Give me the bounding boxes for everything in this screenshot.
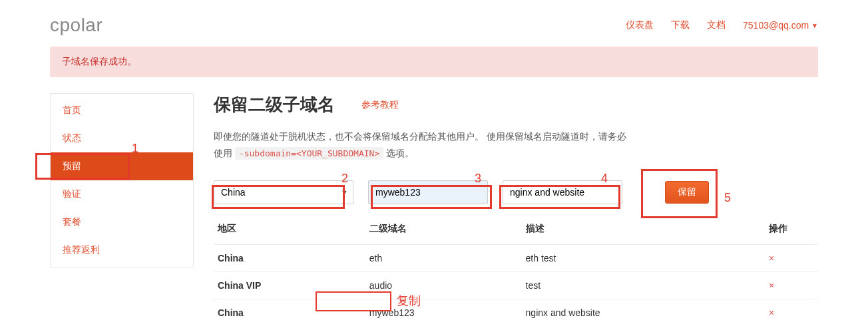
cell-region: China <box>214 245 365 272</box>
reserved-table: 地区 二级域名 描述 操作 China eth eth test × China… <box>214 216 818 326</box>
cell-desc: nginx and website <box>522 299 765 327</box>
delete-button[interactable]: × <box>769 253 774 263</box>
nav-dashboard[interactable]: 仪表盘 <box>626 19 654 31</box>
region-select[interactable]: China <box>214 180 353 204</box>
topnav: 仪表盘 下载 文档 75103@qq.com ▼ <box>626 19 818 31</box>
cell-region: China VIP <box>214 272 365 299</box>
description-input[interactable] <box>503 180 622 204</box>
sidebar-item-reserved[interactable]: 预留 <box>51 152 193 180</box>
cell-desc: test <box>522 272 765 299</box>
reserve-button[interactable]: 保留 <box>665 181 709 204</box>
subdomain-input[interactable] <box>368 180 488 204</box>
sidebar-item-home[interactable]: 首页 <box>51 96 193 124</box>
desc-text-2: 选项。 <box>386 148 414 158</box>
sidebar-item-verify[interactable]: 验证 <box>51 180 193 208</box>
sidebar-item-status[interactable]: 状态 <box>51 124 193 152</box>
main-content: 保留二级子域名 参考教程 即使您的隧道处于脱机状态，也不会将保留域名分配给其他用… <box>214 93 818 326</box>
sidebar: 首页 状态 预留 验证 套餐 推荐返利 <box>50 93 194 267</box>
logo: cpolar <box>50 15 103 36</box>
user-email: 75103@qq.com <box>743 20 809 31</box>
delete-button[interactable]: × <box>769 307 774 318</box>
cell-subdomain: myweb123 <box>365 299 522 327</box>
nav-docs[interactable]: 文档 <box>707 19 726 31</box>
topbar: cpolar 仪表盘 下载 文档 75103@qq.com ▼ <box>50 7 818 47</box>
cell-region: China <box>214 299 365 327</box>
th-subdomain: 二级域名 <box>365 216 522 245</box>
chevron-down-icon: ▼ <box>811 22 818 29</box>
th-region: 地区 <box>214 216 365 245</box>
nav-download[interactable]: 下载 <box>671 19 690 31</box>
sidebar-item-plan[interactable]: 套餐 <box>51 208 193 236</box>
code-chip: -subdomain=<YOUR_SUBDOMAIN> <box>235 147 383 160</box>
table-row: China myweb123 nginx and website × <box>214 299 818 327</box>
alert-success: 子域名保存成功。 <box>50 47 818 77</box>
page-title: 保留二级子域名 <box>214 93 335 116</box>
th-action: 操作 <box>765 216 818 245</box>
delete-button[interactable]: × <box>769 280 774 291</box>
sidebar-item-referral[interactable]: 推荐返利 <box>51 236 193 264</box>
page-description: 即使您的隧道处于脱机状态，也不会将保留域名分配给其他用户。 使用保留域名启动隧道… <box>214 128 626 162</box>
th-desc: 描述 <box>522 216 765 245</box>
reference-link[interactable]: 参考教程 <box>361 99 399 111</box>
table-row: China VIP audio test × <box>214 272 818 299</box>
cell-subdomain: audio <box>365 272 522 299</box>
cell-subdomain: eth <box>365 245 522 272</box>
table-row: China eth eth test × <box>214 245 818 272</box>
nav-user-dropdown[interactable]: 75103@qq.com ▼ <box>743 20 818 31</box>
reserve-form: China ▼ 保留 <box>214 180 818 204</box>
cell-desc: eth test <box>522 245 765 272</box>
